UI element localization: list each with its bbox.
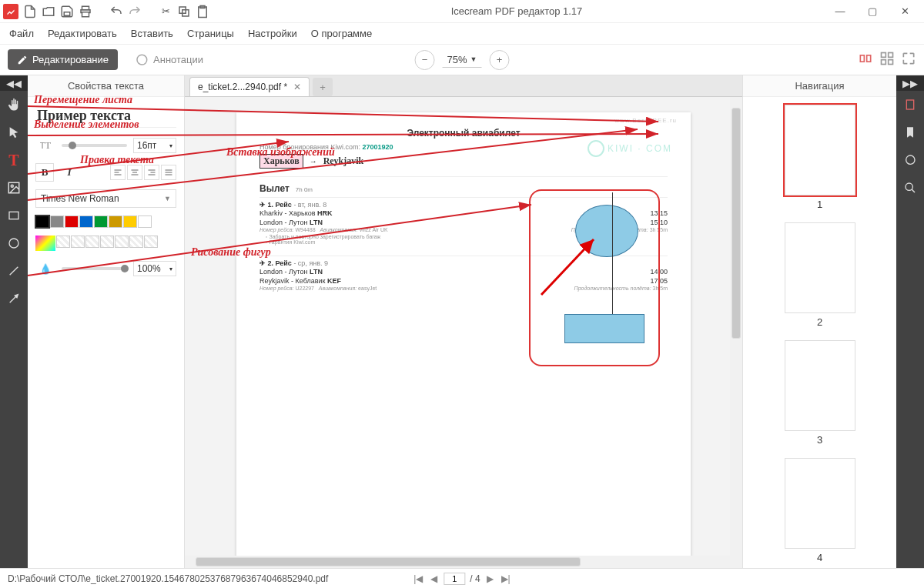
fullscreen-icon[interactable] bbox=[901, 51, 916, 68]
swatch-none-6[interactable] bbox=[129, 236, 143, 248]
canvas[interactable]: www.BestFREE.ru Электронный авиабилет Но… bbox=[185, 97, 742, 556]
swatch-olive[interactable] bbox=[109, 215, 122, 228]
open-icon[interactable] bbox=[42, 5, 55, 18]
thumbnails[interactable]: 1 2 3 4 bbox=[743, 97, 896, 568]
font-size-value[interactable]: 16пт▾ bbox=[133, 138, 176, 153]
swatch-none-1[interactable] bbox=[56, 236, 70, 248]
swatch-none-4[interactable] bbox=[100, 236, 114, 248]
menu-pages[interactable]: Страницы bbox=[187, 28, 234, 39]
zoom-in-button[interactable]: + bbox=[489, 50, 509, 70]
swatch-none-5[interactable] bbox=[115, 236, 129, 248]
align-center-icon[interactable] bbox=[127, 165, 142, 180]
maximize-button[interactable]: ▢ bbox=[856, 0, 889, 23]
opacity-value[interactable]: 100%▾ bbox=[133, 261, 176, 276]
svg-rect-15 bbox=[9, 212, 18, 219]
text-tool-icon[interactable]: T bbox=[0, 146, 28, 174]
annotate-label: Аннотации bbox=[153, 54, 203, 65]
page-input[interactable] bbox=[444, 573, 465, 585]
circle-tool-icon[interactable] bbox=[0, 229, 28, 257]
menu-settings[interactable]: Настройки bbox=[248, 28, 297, 39]
save-icon[interactable] bbox=[60, 5, 74, 18]
swatch-black[interactable] bbox=[35, 215, 49, 228]
annotate-mode-button[interactable]: Аннотации bbox=[126, 48, 213, 72]
undo-icon[interactable] bbox=[109, 5, 123, 18]
thumb-3[interactable] bbox=[785, 340, 855, 431]
page-total: / 4 bbox=[470, 573, 480, 584]
zoom-out-button[interactable]: − bbox=[415, 50, 435, 70]
zoom-value[interactable]: 75% ▼ bbox=[443, 52, 482, 68]
cut-icon[interactable]: ✂ bbox=[159, 5, 172, 18]
minimize-button[interactable]: — bbox=[824, 0, 856, 23]
next-page-icon[interactable]: ▶ bbox=[485, 573, 496, 584]
menu-insert[interactable]: Вставить bbox=[131, 28, 173, 39]
font-select[interactable]: Times New Roman▼ bbox=[35, 189, 176, 208]
horizontal-scrollbar[interactable] bbox=[185, 556, 742, 568]
color-picker-icon[interactable] bbox=[35, 236, 55, 251]
align-left-icon[interactable] bbox=[110, 165, 126, 180]
rect-tool-icon[interactable] bbox=[0, 202, 28, 229]
font-size-slider[interactable] bbox=[62, 144, 127, 147]
swatch-none-3[interactable] bbox=[85, 236, 99, 248]
first-page-icon[interactable]: |◀ bbox=[413, 573, 424, 584]
svg-rect-12 bbox=[889, 60, 893, 65]
new-tab-button[interactable]: + bbox=[313, 78, 333, 96]
thumb-2[interactable] bbox=[785, 222, 855, 313]
new-icon[interactable] bbox=[23, 5, 37, 18]
align-right-icon[interactable] bbox=[144, 165, 159, 180]
arrow-tool-icon[interactable] bbox=[0, 285, 28, 312]
svg-rect-10 bbox=[889, 53, 893, 58]
svg-line-34 bbox=[912, 189, 915, 192]
thumbnails-tab-icon[interactable] bbox=[896, 91, 924, 119]
doc-title: Электронный авиабилет bbox=[259, 128, 668, 139]
vertical-scrollbar[interactable] bbox=[730, 97, 742, 556]
menu-about[interactable]: О программе bbox=[311, 28, 373, 39]
tab-file[interactable]: e_ticket.2...2940.pdf *✕ bbox=[189, 77, 310, 96]
svg-rect-11 bbox=[882, 60, 886, 65]
bold-button[interactable]: B bbox=[35, 163, 54, 182]
bookmarks-tab-icon[interactable] bbox=[896, 119, 924, 146]
copy-icon[interactable] bbox=[177, 5, 191, 18]
search-tab-icon[interactable] bbox=[896, 174, 924, 202]
menu-file[interactable]: Файл bbox=[9, 28, 34, 39]
prev-page-icon[interactable]: ◀ bbox=[428, 573, 439, 584]
collapse-right-icon[interactable]: ▶▶ bbox=[896, 75, 924, 91]
select-tool-icon[interactable] bbox=[0, 119, 28, 146]
menu-edit[interactable]: Редактировать bbox=[48, 28, 117, 39]
line-tool-icon[interactable] bbox=[0, 257, 28, 285]
svg-rect-2 bbox=[82, 12, 89, 16]
navigation-panel: Навигация 1 2 3 4 bbox=[742, 75, 896, 568]
swatch-green[interactable] bbox=[94, 215, 108, 228]
pdf-page[interactable]: www.BestFREE.ru Электронный авиабилет Но… bbox=[236, 112, 691, 556]
tool-column: ◀◀ T bbox=[0, 75, 28, 568]
close-tab-icon[interactable]: ✕ bbox=[293, 82, 301, 92]
swatch-yellow[interactable] bbox=[123, 215, 137, 228]
hand-tool-icon[interactable] bbox=[0, 91, 28, 119]
swatch-white[interactable] bbox=[138, 215, 152, 228]
depart-label: Вылет bbox=[259, 183, 290, 194]
edit-mode-button[interactable]: Редактирование bbox=[8, 49, 118, 70]
align-justify-icon[interactable] bbox=[161, 165, 176, 180]
swatch-blue[interactable] bbox=[79, 215, 93, 228]
thumb-4[interactable] bbox=[785, 458, 855, 549]
grid-view-icon[interactable] bbox=[879, 51, 895, 68]
swatch-grey[interactable] bbox=[50, 215, 64, 228]
city-from-selected[interactable]: Харьков bbox=[259, 154, 303, 169]
collapse-left-icon[interactable]: ◀◀ bbox=[0, 75, 28, 91]
swatch-none-7[interactable] bbox=[144, 236, 158, 248]
swatch-red[interactable] bbox=[65, 215, 79, 228]
thumb-1[interactable] bbox=[785, 105, 855, 195]
rect-shape[interactable] bbox=[564, 314, 644, 343]
svg-rect-9 bbox=[882, 53, 886, 58]
close-button[interactable]: ✕ bbox=[889, 0, 921, 23]
comments-tab-icon[interactable] bbox=[896, 146, 924, 174]
opacity-slider[interactable] bbox=[62, 267, 127, 270]
image-tool-icon[interactable] bbox=[0, 174, 28, 202]
svg-point-16 bbox=[9, 239, 18, 248]
redo-icon[interactable] bbox=[128, 5, 142, 18]
last-page-icon[interactable]: ▶| bbox=[500, 573, 511, 584]
print-icon[interactable] bbox=[79, 5, 92, 18]
fit-width-icon[interactable] bbox=[858, 51, 873, 68]
paste-icon[interactable] bbox=[196, 5, 209, 18]
italic-button[interactable]: I bbox=[60, 163, 79, 182]
swatch-none-2[interactable] bbox=[71, 236, 85, 248]
